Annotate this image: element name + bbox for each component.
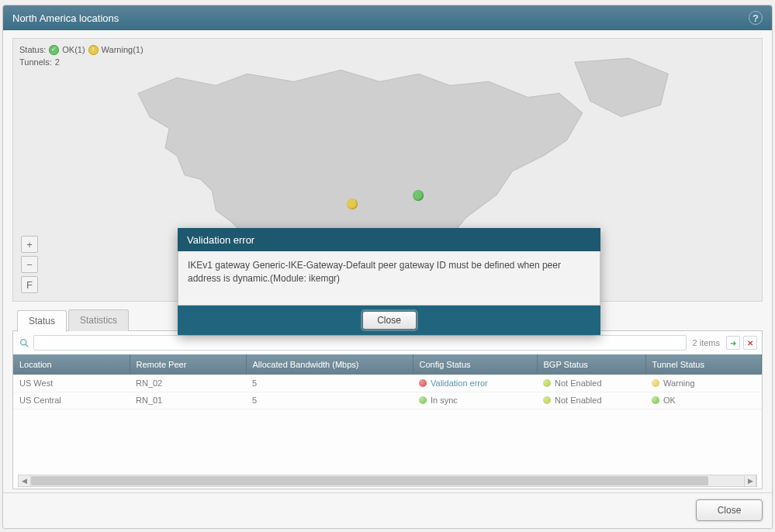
- map-marker-warning[interactable]: [347, 199, 358, 209]
- status-dot-icon: [543, 396, 551, 404]
- tab-status[interactable]: Status: [17, 310, 67, 332]
- dialog-title: Validation error: [178, 228, 600, 251]
- horizontal-scrollbar[interactable]: ◀ ▶: [18, 475, 757, 487]
- search-input[interactable]: [33, 335, 687, 351]
- zoom-fit-button[interactable]: F: [21, 276, 38, 293]
- export-icon[interactable]: ➜: [726, 336, 740, 350]
- status-dot-icon: [652, 379, 659, 387]
- cell-bandwidth: 5: [246, 375, 413, 392]
- svg-point-0: [20, 339, 26, 344]
- scroll-left-icon[interactable]: ◀: [19, 475, 31, 486]
- window-titlebar: North America locations ?: [3, 5, 772, 30]
- col-config-status[interactable]: Config Status: [413, 354, 537, 375]
- scroll-thumb[interactable]: [31, 476, 708, 485]
- validation-error-dialog: Validation error IKEv1 gateway Generic-I…: [178, 228, 600, 335]
- col-bandwidth[interactable]: Allocated Bandwidth (Mbps): [246, 354, 413, 375]
- status-dot-icon: [419, 379, 427, 387]
- table-row[interactable]: US WestRN_025Validation errorNot Enabled…: [13, 375, 762, 392]
- col-bgp-status[interactable]: BGP Status: [537, 354, 645, 375]
- dialog-message: IKEv1 gateway Generic-IKE-Gateway-Defaul…: [178, 251, 600, 306]
- zoom-in-button[interactable]: +: [21, 236, 38, 253]
- col-tunnel-status[interactable]: Tunnel Status: [645, 354, 762, 375]
- status-dot-icon: [419, 396, 427, 404]
- cell-tunnel-status: OK: [645, 392, 762, 409]
- tunnel-table: Location Remote Peer Allocated Bandwidth…: [13, 354, 762, 409]
- cell-location: US West: [13, 375, 130, 392]
- clear-icon[interactable]: ✕: [743, 336, 757, 350]
- cell-bandwidth: 5: [246, 392, 413, 409]
- table-row[interactable]: US CentralRN_015In syncNot EnabledOK: [13, 392, 762, 409]
- items-count: 2 items: [693, 338, 720, 347]
- help-icon[interactable]: ?: [749, 11, 763, 25]
- svg-line-1: [26, 344, 28, 347]
- cell-bgp-status: Not Enabled: [537, 392, 645, 409]
- status-dot-icon: [652, 396, 659, 404]
- cell-config-status: Validation error: [413, 375, 537, 392]
- zoom-out-button[interactable]: −: [21, 256, 38, 273]
- cell-tunnel-status: Warning: [645, 375, 762, 392]
- cell-remote-peer: RN_01: [130, 392, 246, 409]
- search-icon: [18, 337, 30, 349]
- cell-location: US Central: [13, 392, 130, 409]
- window-title: North America locations: [12, 12, 749, 24]
- status-dot-icon: [543, 379, 551, 387]
- cell-remote-peer: RN_02: [130, 375, 246, 392]
- col-remote-peer[interactable]: Remote Peer: [130, 354, 246, 375]
- scroll-right-icon[interactable]: ▶: [744, 475, 756, 486]
- cell-config-status: In sync: [413, 392, 537, 409]
- tab-statistics[interactable]: Statistics: [68, 309, 129, 331]
- dialog-close-button[interactable]: Close: [362, 311, 417, 330]
- cell-bgp-status: Not Enabled: [537, 375, 645, 392]
- map-marker-ok[interactable]: [413, 190, 424, 201]
- col-location[interactable]: Location: [13, 354, 130, 375]
- close-button[interactable]: Close: [696, 499, 763, 521]
